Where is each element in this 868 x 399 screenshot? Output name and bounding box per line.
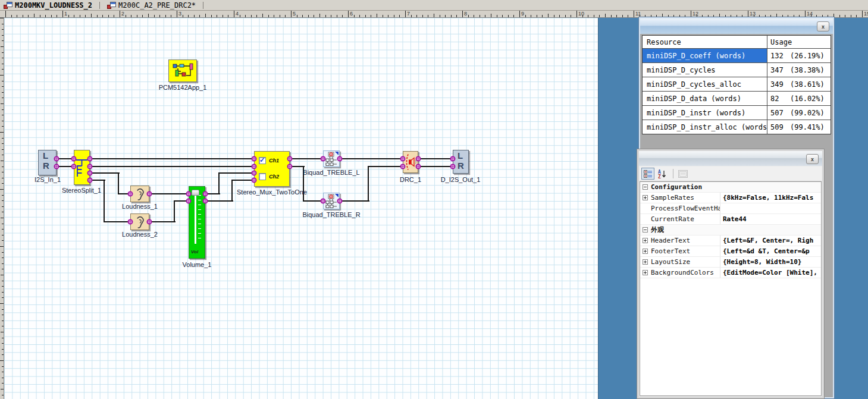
wire[interactable] (90, 166, 255, 167)
collapse-icon[interactable] (643, 184, 648, 190)
wire[interactable] (219, 172, 255, 174)
resource-name-cell[interactable]: miniDSP_D_coeff (words) (643, 49, 767, 62)
port[interactable] (252, 178, 257, 183)
categorized-view-button[interactable] (641, 168, 654, 180)
port[interactable] (400, 164, 406, 169)
port[interactable] (252, 164, 257, 169)
wire[interactable] (90, 172, 120, 174)
design-canvas[interactable] (4, 18, 598, 399)
wire[interactable] (340, 158, 404, 159)
close-icon[interactable]: x (817, 21, 829, 32)
property-row[interactable]: FooterText{Left=&d &T, Center=&p (640, 246, 821, 257)
volume-slider-track[interactable] (195, 191, 196, 244)
port[interactable] (252, 171, 257, 176)
block-drc[interactable] (403, 151, 418, 173)
port[interactable] (71, 164, 77, 169)
property-value[interactable]: {Left=&F, Center=, Righ (720, 235, 821, 246)
port[interactable] (321, 156, 326, 162)
port[interactable] (337, 199, 343, 204)
resource-window-titlebar[interactable]: x (640, 18, 833, 34)
port[interactable] (450, 156, 456, 162)
port[interactable] (87, 171, 93, 176)
property-category-row[interactable]: Configuration (640, 182, 821, 193)
wire[interactable] (418, 166, 454, 167)
resource-name-cell[interactable]: miniDSP_D_cycles_alloc (643, 77, 767, 91)
resource-table-row[interactable]: miniDSP_D_instr (words)507(99.02%) (643, 105, 831, 120)
wire[interactable] (174, 200, 175, 222)
wire[interactable] (90, 158, 255, 159)
port[interactable] (54, 156, 59, 162)
property-value[interactable]: {EditMode=Color [White], (720, 268, 821, 278)
wire[interactable] (149, 221, 176, 222)
port[interactable] (128, 219, 133, 225)
expand-icon[interactable] (643, 270, 648, 275)
property-row[interactable]: LayoutSize{Height=8, Width=10} (640, 257, 821, 268)
port[interactable] (400, 156, 406, 162)
property-row[interactable]: SampleRates{8kHz=False, 11kHz=Fals (640, 193, 821, 203)
port[interactable] (186, 191, 192, 197)
expand-icon[interactable] (643, 195, 648, 200)
wire[interactable] (104, 180, 105, 222)
block-d-i2s-out[interactable]: L R (453, 150, 469, 174)
port[interactable] (287, 164, 293, 169)
port[interactable] (287, 156, 293, 162)
port[interactable] (203, 199, 208, 204)
wire[interactable] (290, 158, 324, 159)
expand-icon[interactable] (643, 249, 648, 254)
wire[interactable] (231, 180, 233, 202)
port[interactable] (416, 164, 421, 169)
wire[interactable] (368, 166, 404, 167)
resource-table-row[interactable]: miniDSP_D_coeff (words)132(26.19%) (643, 48, 831, 62)
property-window-titlebar[interactable]: x (639, 151, 822, 166)
port[interactable] (87, 178, 93, 183)
property-category-row[interactable]: 外观 (640, 225, 821, 235)
block-volume[interactable]: Vol (189, 186, 205, 259)
resource-name-cell[interactable]: miniDSP_D_instr_alloc (words) (643, 120, 767, 134)
property-value[interactable]: {Left=&d &T, Center=&p (720, 246, 821, 256)
wire[interactable] (118, 172, 119, 194)
ch2-checkbox[interactable] (259, 173, 266, 180)
wire[interactable] (149, 193, 190, 194)
block-stereo-mux[interactable]: Ch1 Ch2 (254, 151, 290, 187)
property-value[interactable]: {Height=8, Width=10} (720, 257, 821, 267)
port[interactable] (87, 164, 93, 169)
resource-table-row[interactable]: miniDSP_D_cycles347(38.38%) (643, 62, 831, 77)
property-row[interactable]: ProcessFlowEventHar (640, 203, 821, 214)
expand-icon[interactable] (643, 259, 648, 265)
port[interactable] (147, 191, 152, 197)
port[interactable] (71, 156, 77, 162)
property-value[interactable]: Rate44 (720, 214, 821, 224)
port[interactable] (252, 156, 257, 162)
resource-name-cell[interactable]: miniDSP_D_cycles (643, 63, 767, 77)
port[interactable] (147, 219, 152, 225)
tab-m200mkv-loudness-2[interactable]: M200MKV_LOUDNESS_2 (0, 0, 96, 11)
alphabetical-sort-button[interactable]: A Z (656, 168, 669, 180)
port[interactable] (54, 164, 59, 169)
port[interactable] (450, 164, 456, 169)
property-row[interactable]: BackgroundColors{EditMode=Color [White], (640, 268, 821, 278)
resource-name-cell[interactable]: miniDSP_D_instr (words) (643, 106, 767, 120)
port[interactable] (321, 199, 326, 204)
resource-table-row[interactable]: miniDSP_D_instr_alloc (words)509(99.41%) (643, 120, 831, 134)
tab-m200c-a2-pre-drc2[interactable]: M200C_A2_PRE_DRC2* (104, 0, 199, 11)
close-icon[interactable]: x (806, 154, 819, 164)
property-row[interactable]: HeaderText{Left=&F, Center=, Righ (640, 235, 821, 246)
property-row[interactable]: CurrentRateRate44 (640, 214, 821, 225)
resource-table-row[interactable]: miniDSP_D_data (words)82(16.02%) (643, 91, 831, 105)
block-i2s-in[interactable]: L R (38, 150, 57, 175)
resource-table-row[interactable]: miniDSP_D_cycles_alloc349(38.61%) (643, 77, 831, 91)
ch1-checkbox[interactable] (259, 157, 266, 164)
port[interactable] (203, 191, 208, 197)
collapse-icon[interactable] (643, 227, 648, 233)
volume-slider-thumb[interactable] (192, 190, 199, 196)
wire[interactable] (218, 172, 220, 194)
wire[interactable] (340, 200, 369, 202)
property-value[interactable] (720, 203, 821, 213)
property-value[interactable]: {8kHz=False, 11kHz=Fals (720, 193, 821, 203)
port[interactable] (186, 199, 192, 204)
port[interactable] (337, 156, 343, 162)
resource-name-cell[interactable]: miniDSP_D_data (words) (643, 92, 767, 105)
port[interactable] (416, 156, 421, 162)
wire[interactable] (205, 200, 233, 202)
port[interactable] (87, 156, 93, 162)
